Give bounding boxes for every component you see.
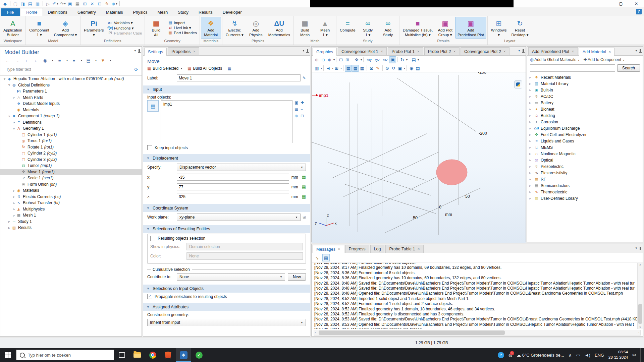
tree-item-torus-1[interactable]: ◎Torus 1(tor1) [0,138,142,144]
pin-icon[interactable] [307,49,308,52]
expander-icon[interactable]: ▹ [12,214,16,217]
panel-menu-icon[interactable]: ▾ [635,246,637,250]
tab-messages[interactable]: Messages✕ [313,245,344,253]
tab-add-predefined-plot[interactable]: Add Predefined Plot✕ [528,47,578,55]
material-category-equilibrium-discharge[interactable]: ▹ΔuEquilibrium Discharge [527,125,643,131]
ribbon-tab-file[interactable]: File [1,8,20,16]
resulting-objects-checkbox[interactable] [150,236,155,241]
build-preceding-button[interactable]: ▦ [227,66,231,70]
range-icon[interactable]: ▦ [302,194,306,199]
node-text-icon[interactable]: ▤ [85,57,92,64]
zoom-out-button[interactable]: ⊖ [320,57,326,63]
tab-probe-plot-2[interactable]: Probe Plot 2✕ [424,47,460,55]
section-coordinate-system[interactable]: ▼ Coordinate System [143,204,310,212]
copy-selection-icon[interactable]: ▣ [294,100,300,106]
notification-center-icon[interactable]: ✉ [632,353,636,358]
show-desktop-button[interactable] [640,348,643,362]
pin-icon[interactable] [640,247,641,250]
tree-item-move-1[interactable]: ✥Move 1(mov1) [0,169,142,175]
tree-item-form-union[interactable]: ▣Form Union(fin) [0,181,142,188]
expand-all-icon[interactable]: ≡ [71,57,77,64]
tree-item-mesh-parts[interactable]: ▹◬Mesh Parts [0,95,142,101]
tree-item-cylinder-2[interactable]: ▢Cylinder 2(cyl2) [0,150,142,157]
tab-log[interactable]: Log [370,245,385,253]
tree-item-geometry-1[interactable]: ▿AGeometry 1 [0,125,142,132]
tree-item-definitions[interactable]: ▹≡Definitions [0,119,142,126]
tree-item-default-model-inputs[interactable]: ❖Default Model Inputs [0,101,142,107]
expander-icon[interactable]: ▹ [529,107,534,111]
help-icon[interactable]: ? [636,9,642,14]
material-category-battery[interactable]: ▹▭Battery [527,100,643,106]
material-category-liquids-and-gases[interactable]: ▹≈Liquids and Gases [527,138,643,144]
redo-button[interactable]: ↷▾ [59,1,66,7]
material-category-corrosion[interactable]: ▹◗Corrosion [527,119,643,125]
save-as-button[interactable]: ▥ [34,1,41,7]
propagate-checkbox[interactable]: ✓ [147,294,152,299]
panel-menu-icon[interactable]: ▾ [134,49,136,52]
expander-icon[interactable]: ▹ [12,195,16,198]
expander-icon[interactable]: ▹ [529,114,534,117]
new-file-button[interactable]: ▢ [12,1,19,7]
material-color-button[interactable]: ▦ [352,65,359,72]
expander-icon[interactable]: ▹ [12,201,16,205]
create-selection-icon[interactable]: ⊡ [301,114,306,120]
add-component-button[interactable]: ◈Add Component ▾ [52,17,79,39]
material-category-built-in[interactable]: ▹▣Built-in [527,87,643,93]
close-icon[interactable]: ✕ [417,50,420,53]
expander-icon[interactable]: ▹ [529,158,534,162]
build-mesh-button[interactable]: ▦Build Mesh [295,17,315,39]
functions-button[interactable]: f(x)Functions ▾ [106,25,144,31]
horizontal-scrollbar[interactable]: ‹ › [314,330,641,336]
close-icon[interactable]: ✕ [381,50,383,53]
ribbon-tab-physics[interactable]: Physics [128,8,152,16]
selection-color-button[interactable]: ▦ [359,65,365,71]
material-category-recent-materials[interactable]: ▹❖Recent Materials [527,74,643,80]
material-category-thermoelectric[interactable]: ▹∿Thermoelectric [527,189,643,195]
tree-item-materials[interactable]: ▹◉Materials [0,187,142,194]
expander-icon[interactable]: ▹ [529,177,534,181]
undo-button[interactable]: ↶▾ [52,1,59,7]
panel-menu-icon[interactable]: ▾ [518,49,520,52]
select-box-button[interactable]: ⊠ [368,65,375,71]
ribbon-tab-mesh[interactable]: Mesh [153,8,173,16]
message-log[interactable]: [Nov 28, 2024, 8:17 AM] Formed union of … [312,263,638,329]
tab-convergence-plot-2[interactable]: Convergence Plot 2✕ [461,47,509,55]
expander-icon[interactable]: ▹ [529,126,534,130]
expander-icon[interactable]: ▹ [12,189,16,192]
ribbon-tab-geometry[interactable]: Geometry [72,8,101,16]
expander-icon[interactable]: ▹ [7,220,11,223]
tab-settings[interactable]: Settings [144,48,167,56]
material-category-user-defined-library[interactable]: ▹▥User-Defined Library [527,195,643,201]
tree-item-cylinder-1[interactable]: ▢Cylinder 1(cyl1) [0,132,142,138]
table-view-icon[interactable]: ▦ [322,254,330,261]
hide-objects-button[interactable]: ⊘ [384,65,390,71]
material-category-semiconductors[interactable]: ▹▤Semiconductors [527,182,643,189]
build-selected-button[interactable]: ▦ Build Selected▾ [147,66,182,71]
panel-menu-icon[interactable]: ▾ [303,49,304,52]
duplicate-button[interactable]: ⊞ [82,1,88,7]
expander-icon[interactable]: ▹ [529,88,534,92]
windows-button[interactable]: ⊞Windows ▾ [489,17,509,39]
ribbon-tab-materials[interactable]: Materials [101,8,128,16]
scroll-left-icon[interactable]: ‹ [315,331,316,334]
material-category-piezoelectric[interactable]: ▹↯Piezoelectric [527,163,643,170]
tasks-app-button[interactable]: ✓ [191,348,207,362]
paste-selection-icon[interactable]: ▦ [294,107,300,113]
paste-button[interactable]: ▦ [74,1,81,7]
expander-icon[interactable]: ▹ [12,207,16,211]
expander-icon[interactable]: ▿ [7,83,11,87]
ribbon-tab-study[interactable]: Study [173,8,194,16]
expander-icon[interactable]: ▿ [2,77,7,81]
input-objects-list[interactable]: imp1 [161,100,292,143]
expander-icon[interactable]: ▹ [12,120,16,124]
screenshot-button[interactable]: ▤ [411,57,417,63]
view-yz-button[interactable]: ↑yz [373,57,381,63]
rename-icon[interactable]: ✎ [303,76,306,80]
add-predefined-plot-button[interactable]: ▣Add Predefined Plot [455,17,486,39]
expander-icon[interactable]: ▹ [529,152,534,156]
collapse-all-icon[interactable]: ≡ [56,57,63,64]
volume-icon[interactable]: ◄) [585,353,590,358]
x-input[interactable] [177,174,289,181]
tree-item-bioheat-transfer[interactable]: ▹∿Bioheat Transfer(ht) [0,200,142,206]
scroll-right-icon[interactable]: › [638,331,639,334]
